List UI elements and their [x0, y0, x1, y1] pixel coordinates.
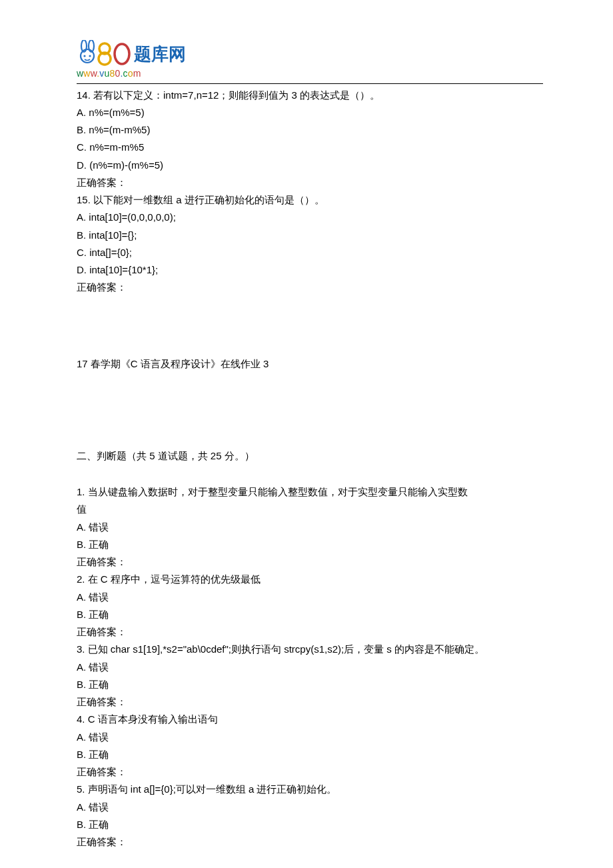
s2-q3-option-a: A. 错误: [77, 659, 543, 676]
section2-header: 二、判断题（共 5 道试题，共 25 分。）: [77, 447, 543, 465]
logo-text-cn: 题库网: [133, 45, 186, 64]
site-logo: 题库网 www.vu80.com: [77, 40, 543, 82]
s2-q3-option-b: B. 正确: [77, 676, 543, 693]
spacer: [77, 297, 543, 355]
s2-q5-stem: 5. 声明语句 int a[]={0};可以对一维数组 a 进行正确初始化。: [77, 781, 543, 798]
q15-stem: 15. 以下能对一维数组 a 进行正确初始化的语句是（）。: [77, 191, 543, 209]
s2-q5-answer-label: 正确答案：: [77, 833, 543, 851]
s2-q4-answer-label: 正确答案：: [77, 763, 543, 781]
header-divider: [77, 83, 543, 84]
url-char: w: [77, 68, 83, 79]
url-char: c: [123, 68, 128, 79]
url-char: w: [83, 68, 90, 79]
svg-point-4: [89, 55, 91, 57]
logo-svg: 题库网: [77, 40, 197, 67]
url-char: m: [133, 68, 141, 79]
s2-q1-option-a: A. 错误: [77, 519, 543, 536]
q14-stem: 14. 若有以下定义：intm=7,n=12；则能得到值为 3 的表达式是（）。: [77, 87, 543, 104]
s2-q4-option-b: B. 正确: [77, 746, 543, 763]
q15-option-d: D. inta[10]={10*1};: [77, 261, 543, 279]
q15-option-b: B. inta[10]={};: [77, 227, 543, 244]
spacer: [77, 373, 543, 447]
s2-q1-option-b: B. 正确: [77, 536, 543, 553]
s2-q2-stem: 2. 在 C 程序中，逗号运算符的优先级最低: [77, 571, 543, 588]
q15-option-c: C. inta[]={0};: [77, 244, 543, 261]
s2-q3-stem: 3. 已知 char s1[19],*s2="ab\0cdef";则执行语句 s…: [77, 641, 543, 658]
assignment-title: 17 春学期《C 语言及程序设计》在线作业 3: [77, 355, 543, 373]
svg-point-3: [83, 55, 85, 57]
q14-option-b: B. n%=(m-m%5): [77, 121, 543, 139]
svg-point-7: [115, 44, 129, 64]
s2-q3-answer-label: 正确答案：: [77, 693, 543, 711]
logo-url: www.vu80.com: [77, 65, 543, 82]
q14-answer-label: 正确答案：: [77, 174, 543, 191]
s2-q4-stem: 4. C 语言本身没有输入输出语句: [77, 711, 543, 728]
spacer: [77, 465, 543, 483]
url-char: w: [91, 68, 97, 79]
q14-option-d: D. (n%=m)-(m%=5): [77, 157, 543, 174]
s2-q2-option-a: A. 错误: [77, 589, 543, 606]
s2-q1-answer-label: 正确答案：: [77, 553, 543, 571]
q15-option-a: A. inta[10]=(0,0,0,0,0);: [77, 209, 543, 226]
q14-option-c: C. n%=m-m%5: [77, 139, 543, 156]
s2-q5-option-b: B. 正确: [77, 816, 543, 833]
q14-option-a: A. n%=(m%=5): [77, 104, 543, 121]
s2-q1-stem-line2: 值: [77, 501, 543, 518]
q15-answer-label: 正确答案：: [77, 279, 543, 296]
url-char: o: [128, 68, 133, 79]
document-body: 14. 若有以下定义：intm=7,n=12；则能得到值为 3 的表达式是（）。…: [77, 87, 543, 851]
s2-q2-option-b: B. 正确: [77, 606, 543, 623]
s2-q4-option-a: A. 错误: [77, 729, 543, 746]
s2-q5-option-a: A. 错误: [77, 799, 543, 816]
s2-q2-answer-label: 正确答案：: [77, 623, 543, 641]
s2-q1-stem-line1: 1. 当从键盘输入数据时，对于整型变量只能输入整型数值，对于实型变量只能输入实型…: [77, 483, 543, 501]
